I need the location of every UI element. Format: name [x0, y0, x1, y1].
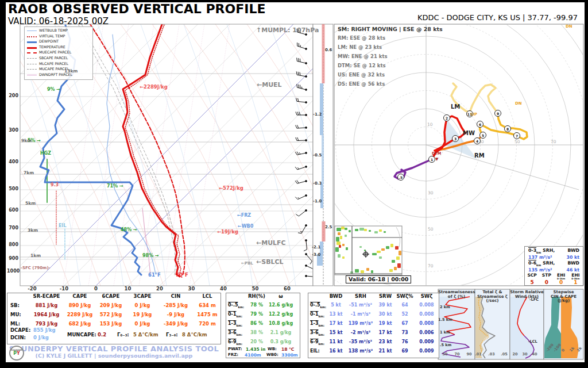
legend-label-5: SBCAPE PARCEL [39, 56, 68, 60]
hodo-height-marker-5: 5 [479, 132, 486, 139]
moisture-header-1: ω [265, 294, 297, 299]
omega-value-0: 0.6 [325, 48, 332, 53]
legend-label-6: MLCAPE PARCEL [39, 62, 68, 66]
radar-echo [369, 230, 371, 232]
legend-label-0: WETBULB TEMP [39, 29, 68, 33]
radar-echo [341, 227, 345, 229]
hodo-info-4: DTM: SE @ 12 kts [338, 63, 386, 68]
barb-tick-full [298, 98, 299, 102]
pressure-tick-700: 700 [7, 226, 18, 231]
index-col-EHI-3: EHI0-3km1 [568, 273, 583, 285]
thermo-row-label-0: SB: [10, 303, 20, 308]
station-title: KDDC - DODGE CITY, KS US | 37.77, -99.97 [417, 14, 578, 22]
radar-echo [342, 256, 345, 259]
thermo-cell-2-5: 720 m [188, 321, 227, 327]
omega-value-1: -1.2 [313, 113, 322, 117]
legend-label-4: MUECAPE PARCEL [39, 51, 71, 55]
6cape-value-label: ←572J/kg [219, 186, 243, 191]
frame-right [585, 0, 588, 368]
omega-value-5: 2.5 [325, 225, 332, 230]
rh-label-48: 48% → [121, 228, 137, 233]
barb-tick-full [296, 125, 297, 128]
wb-label: WB: [268, 347, 277, 352]
thermo-cell-1-5: 1475 m [188, 312, 227, 317]
hodo-height-marker-8: 8 [504, 125, 511, 132]
lapse-rate-label: 9.3 [51, 183, 59, 188]
pressure-tick-300: 300 [7, 128, 18, 133]
legend-label-2: DEWPOINT [39, 40, 59, 44]
radar-echo [379, 256, 382, 259]
omega-value-4: -1.0 [313, 200, 322, 204]
pressure-tick-200: 200 [7, 94, 18, 99]
radar-echo [395, 246, 399, 250]
barb-tick-full [297, 137, 299, 141]
downdraft-label-2: DN [566, 25, 572, 29]
barb-tick-full [297, 57, 297, 61]
radar-echo [381, 248, 385, 251]
omega-value-3: -0.3 [313, 182, 322, 186]
barb-tick-full [296, 71, 297, 75]
legend-sample-0 [27, 30, 37, 31]
temp-tick-60: 60 [280, 286, 294, 292]
panel-0-ylabel-1: 1.5 km [438, 318, 452, 322]
eil-label: EIL [59, 224, 67, 229]
dwndrft-parcel-trace [142, 208, 150, 275]
radar-echo [339, 245, 341, 248]
barb-tick-full [296, 137, 297, 141]
legend-sample-6 [27, 64, 37, 64]
temp-tick-50: 50 [249, 286, 262, 292]
branding-credit: (C) KYLE J GILLETT | sounderpysoundings.… [7, 353, 221, 359]
thermo-header-3CAPE: 3CAPE [124, 294, 161, 299]
srh-0-6-value: 135 m²/s² [528, 267, 552, 273]
muel-label: ←MUEL [257, 82, 282, 89]
thermo-row-label-2: ML: [10, 321, 20, 327]
panel-0-tick-0: 50 [442, 352, 447, 356]
temp-tick-0: 0 [89, 286, 103, 292]
hodo-info-0: SM: RIGHT MOVING | ESE @ 28 kts [338, 26, 443, 32]
panel-title-stepwise: Stepwise CIN & CAPE (J/kg) [544, 290, 583, 304]
mixing-ratio-line [189, 24, 230, 286]
radar-echo [336, 241, 341, 245]
temp-tick-40: 40 [216, 286, 230, 292]
hodo-height-marker-9: 9 [494, 110, 501, 117]
left-mover-label: LM [451, 103, 460, 110]
barb-tick-full [295, 167, 297, 170]
barb-tick-half [297, 167, 299, 169]
figure-root: { "header": { "title": "RAOB OBSERVED VE… [0, 0, 588, 368]
hgz-label: HGZ [40, 151, 51, 156]
radar-echo [342, 244, 345, 246]
radar-echo [399, 251, 401, 255]
moist-adiabat [98, 24, 167, 286]
shear-cell-0-4: 0.008 [409, 303, 444, 308]
moisture-cell-4-1: 0.3 g/kg [264, 340, 298, 345]
hodo-height-marker-.5: .5 [397, 174, 404, 181]
hodo-info-6: DS: ENE @ 56 kts [338, 82, 385, 87]
panel-title-srw: Storm Relative Wind (kts) [510, 290, 544, 299]
shear-header-4: SWζ [412, 294, 442, 299]
height-label-1km: 1km [30, 254, 41, 258]
frz-table-label: FRZ: [228, 353, 238, 358]
height-label-5km: 5km [25, 201, 36, 206]
radar-echo [392, 260, 395, 263]
srh-0-3-value: 137 m²/s² [528, 255, 552, 260]
legend-sample-7 [27, 69, 37, 70]
barb-tick-full [300, 85, 300, 89]
legend-sample-3 [27, 47, 37, 49]
barb-tick-full [300, 72, 300, 75]
radar-echo [390, 244, 393, 247]
frz-label: ←FRZ [237, 213, 251, 218]
moisture-cell-0-1: 12.6 g/kg [264, 303, 298, 308]
radar-echo [374, 231, 378, 233]
hodo-ring-label-6: 70 [428, 264, 434, 269]
dry-adiabat [184, 24, 322, 286]
barb-tick-full [297, 152, 299, 155]
srw-lfc-label: -LFC [529, 298, 539, 302]
pressure-tick-500: 500 [7, 187, 18, 192]
frz-value: 4100m [245, 353, 261, 358]
rh-label-71: 71% → [107, 184, 123, 189]
legend-sample-2 [27, 41, 37, 43]
hodo-ring-label-2: 50 [514, 140, 520, 144]
3cape-value-label: ←19J/kg [217, 229, 238, 235]
panel-0-tick-2: 90 [466, 352, 471, 356]
mumpl-label: ↑MUMPL: 107hPa [256, 27, 319, 34]
